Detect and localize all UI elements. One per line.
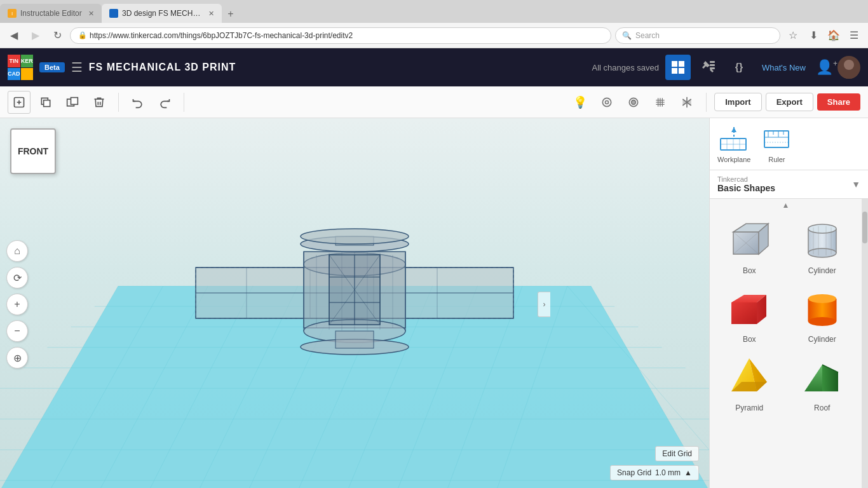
tab-label-instructable: Instructable Editor <box>20 9 82 18</box>
shape-cylinder-wireframe[interactable]: Cylinder <box>789 213 856 275</box>
grid-view-button[interactable] <box>665 55 691 80</box>
copy-to-workplane-button[interactable] <box>34 91 57 114</box>
toolbar-separator-1 <box>118 93 119 112</box>
tab-instructable[interactable]: I Instructable Editor ✕ <box>0 4 102 23</box>
app: TIN KER CAD Beta ☰ FS MECHANICAL 3D PRIN… <box>0 48 868 488</box>
right-panel: Workplane Ruler <box>709 118 868 488</box>
roof-green-image <box>794 350 851 401</box>
tab-close-3d[interactable]: ✕ <box>208 10 214 18</box>
roof-green-svg <box>797 353 848 398</box>
grid-controls: Edit Grid Snap Grid 1.0 mm ▲ <box>610 446 699 480</box>
box-wireframe-svg <box>724 216 775 261</box>
roof-green-label: Roof <box>814 403 830 412</box>
pyramid-yellow-svg <box>724 353 775 398</box>
category-selector[interactable]: Tinkercad Basic Shapes ▼ <box>710 170 868 199</box>
pyramid-yellow-image <box>721 350 778 401</box>
user-avatar[interactable] <box>837 56 860 79</box>
view-cube[interactable]: FRONT <box>10 128 61 179</box>
refresh-button[interactable]: ↻ <box>48 27 66 44</box>
shape-box-wireframe[interactable]: Box <box>716 213 783 275</box>
svg-point-115 <box>808 294 836 303</box>
new-icon <box>13 96 25 109</box>
panel-toggle-button[interactable]: › <box>538 292 550 317</box>
snap-increment-button[interactable]: ▲ <box>684 468 692 477</box>
svg-point-114 <box>808 317 836 326</box>
menu-icon[interactable]: ☰ <box>845 27 863 44</box>
whats-new-button[interactable]: What's New <box>757 63 811 72</box>
svg-point-103 <box>808 248 836 257</box>
project-title: FS MECHANICAL 3D PRINT <box>89 62 586 73</box>
hamburger-menu-icon[interactable]: ☰ <box>71 60 83 75</box>
ruler-svg <box>762 126 791 152</box>
model-container <box>183 150 526 385</box>
export-button[interactable]: Export <box>766 93 813 111</box>
shape-box-red[interactable]: Box <box>716 281 783 344</box>
viewport[interactable]: FRONT ⌂ ⟳ + − ⊕ <box>0 118 709 488</box>
ruler-tool[interactable]: Ruler <box>761 125 792 163</box>
shapes-scroll-area: ▲ <box>710 199 862 488</box>
shape-cylinder-orange[interactable]: Cylinder <box>789 281 856 344</box>
new-button[interactable] <box>8 91 31 114</box>
shape-pyramid-yellow[interactable]: Pyramid <box>716 350 783 412</box>
undo-button[interactable] <box>126 91 149 114</box>
duplicate-button[interactable] <box>61 91 84 114</box>
beta-badge: Beta <box>39 62 65 72</box>
delete-button[interactable] <box>88 91 111 114</box>
svg-rect-13 <box>44 100 50 106</box>
svg-point-102 <box>808 224 836 233</box>
view-mode-button[interactable] <box>595 91 618 114</box>
svg-rect-15 <box>71 97 78 104</box>
search-placeholder: Search <box>635 31 660 40</box>
share-button[interactable]: Share <box>817 93 860 111</box>
svg-marker-110 <box>731 302 757 324</box>
tab-close-instructable[interactable]: ✕ <box>88 10 94 18</box>
mirror-button[interactable] <box>675 91 698 114</box>
view-cube-face[interactable]: FRONT <box>10 128 56 174</box>
tinkercad-logo: TIN KER CAD <box>8 55 33 80</box>
category-info: Tinkercad Basic Shapes <box>717 175 851 193</box>
camera-button[interactable] <box>622 91 645 114</box>
shape-roof-green[interactable]: Roof <box>789 350 856 412</box>
download-icon[interactable]: ⬇ <box>804 27 822 44</box>
home-icon[interactable]: 🏠 <box>825 27 843 44</box>
scroll-up-icon: ▲ <box>782 201 790 210</box>
cylinder-orange-svg <box>797 285 848 329</box>
search-icon: 🔍 <box>622 31 632 40</box>
tab-bar: I Instructable Editor ✕ 3D design FS MEC… <box>0 0 868 23</box>
svg-rect-2 <box>672 68 677 74</box>
bulb-icon-button[interactable]: 💡 <box>569 91 592 114</box>
forward-button[interactable]: ▶ <box>27 27 44 44</box>
import-button[interactable]: Import <box>714 93 761 111</box>
edit-grid-button[interactable]: Edit Grid <box>655 446 699 461</box>
cylinder-wireframe-label: Cylinder <box>808 266 836 275</box>
bookmark-icon[interactable]: ☆ <box>784 27 802 44</box>
category-provider-label: Tinkercad <box>717 175 851 183</box>
workplane-icon <box>718 125 750 153</box>
grid-button[interactable] <box>649 91 672 114</box>
workplane-tool[interactable]: Workplane <box>717 125 750 163</box>
code-button[interactable]: {} <box>726 55 752 80</box>
search-bar[interactable]: 🔍 Search <box>615 27 780 44</box>
app-header: TIN KER CAD Beta ☰ FS MECHANICAL 3D PRIN… <box>0 48 868 86</box>
svg-point-17 <box>606 100 609 104</box>
url-text: https://www.tinkercad.com/things/6bpJOZT… <box>90 31 353 40</box>
url-bar[interactable]: 🔒 https://www.tinkercad.com/things/6bpJO… <box>70 27 611 44</box>
add-user-button[interactable]: 👤+ <box>816 59 837 76</box>
svg-marker-88 <box>731 127 736 132</box>
scrollbar-thumb[interactable] <box>862 212 867 243</box>
svg-point-75 <box>301 229 409 244</box>
tools-button[interactable] <box>696 55 721 80</box>
new-tab-button[interactable]: + <box>222 5 240 23</box>
undo-icon <box>132 96 144 109</box>
cylinder-orange-label: Cylinder <box>808 335 836 344</box>
home-view-button[interactable]: ⌂ <box>6 240 28 262</box>
back-button[interactable]: ◀ <box>5 27 23 44</box>
box-red-label: Box <box>743 335 756 344</box>
scroll-up-button[interactable]: ▲ <box>710 199 862 212</box>
tab-3d-design[interactable]: 3D design FS MECHANICAL... ✕ <box>102 4 222 23</box>
box-wireframe-image <box>721 213 778 264</box>
redo-button[interactable] <box>153 91 176 114</box>
panel-scrollbar[interactable] <box>862 199 868 488</box>
lock-icon: 🔒 <box>78 31 87 39</box>
cylinder-wireframe-image <box>794 213 851 264</box>
